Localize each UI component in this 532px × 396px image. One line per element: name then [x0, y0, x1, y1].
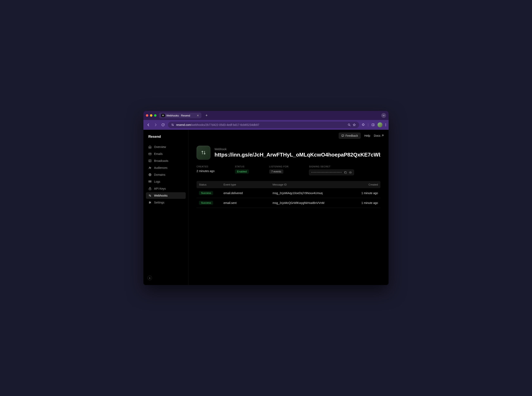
- svg-point-17: [149, 203, 150, 204]
- sidebar-item-logs[interactable]: Logs: [146, 178, 186, 185]
- help-link[interactable]: Help: [364, 134, 370, 137]
- svg-point-9: [149, 167, 150, 168]
- svg-point-0: [172, 124, 173, 125]
- sidebar-item-label: Domains: [154, 173, 165, 176]
- tabs-dropdown-button[interactable]: [381, 113, 386, 118]
- sidebar-item-audiences[interactable]: Audiences: [146, 164, 186, 171]
- sidebar-item-broadcasts[interactable]: Broadcasts: [146, 157, 186, 164]
- new-tab-button[interactable]: +: [204, 113, 209, 118]
- extensions-icon[interactable]: [362, 123, 365, 127]
- arrows-up-down-icon: [200, 149, 207, 156]
- profile-avatar[interactable]: [377, 122, 382, 127]
- svg-point-19: [350, 172, 351, 173]
- globe-icon: [148, 173, 152, 176]
- svg-point-5: [386, 125, 386, 125]
- table-header: Status Event type Message ID Created: [197, 181, 380, 188]
- sidebar-item-webhooks[interactable]: Webhooks: [146, 192, 186, 199]
- sidebar-item-label: Overview: [154, 145, 166, 149]
- sidebar-item-domains[interactable]: Domains: [146, 171, 186, 178]
- svg-point-10: [150, 167, 151, 168]
- cell-message-id: msg_2cjxMiAqy10oeDq7r9Nouv4Umuq: [272, 192, 353, 195]
- sidebar: Resend OverviewEmailsBroadcastsAudiences…: [143, 130, 188, 285]
- browser-url-bar: resend.com/webhooks/2b77d422-05d3-4edf-b…: [143, 120, 389, 130]
- arrows-icon: [148, 194, 152, 197]
- mail-icon: [148, 152, 152, 156]
- svg-rect-13: [149, 182, 151, 182]
- window-close-button[interactable]: [146, 114, 148, 117]
- docs-link[interactable]: Docs: [374, 134, 384, 137]
- bookmark-star-icon[interactable]: [353, 123, 356, 127]
- webhook-detail: Webhook https://inn.gs/e/JcH_ArwFTHyL_oM…: [188, 142, 389, 212]
- sidebar-item-api-keys[interactable]: API Keys: [146, 185, 186, 192]
- sidebar-item-label: Webhooks: [154, 194, 168, 197]
- svg-rect-3: [372, 124, 374, 126]
- meta-status: STATUS Enabled: [235, 165, 249, 174]
- sidebar-item-overview[interactable]: Overview: [146, 144, 186, 150]
- svg-rect-18: [345, 172, 347, 174]
- sidebar-item-label: Broadcasts: [154, 159, 168, 163]
- window-maximize-button[interactable]: [154, 114, 156, 117]
- status-badge: Success: [199, 201, 213, 205]
- webhook-url: https://inn.gs/e/JcH_ArwFTHyL_oMLqKcwO4h…: [214, 151, 380, 158]
- chat-icon: [341, 134, 344, 137]
- window-minimize-button[interactable]: [150, 114, 152, 117]
- col-msg: Message ID: [272, 183, 353, 186]
- tab-close-icon[interactable]: ✕: [197, 114, 199, 117]
- svg-point-4: [386, 124, 386, 124]
- svg-point-2: [348, 124, 350, 125]
- favicon-icon: R: [162, 114, 165, 117]
- browser-window: R Webhooks · Resend ✕ + resend.com/webho…: [143, 111, 389, 285]
- sidebar-item-emails[interactable]: Emails: [146, 151, 186, 157]
- copy-secret-button[interactable]: [344, 171, 347, 174]
- search-icon[interactable]: [348, 123, 351, 126]
- browser-menu-icon[interactable]: [385, 123, 386, 127]
- events-table: Status Event type Message ID Created Suc…: [197, 181, 380, 208]
- cell-created: 1 minute ago: [353, 201, 378, 204]
- signing-secret-box: •••••••••••••••••••••••: [309, 169, 354, 175]
- svg-rect-14: [149, 188, 151, 190]
- sliders-icon: [148, 201, 152, 204]
- events-badge[interactable]: 7 events: [269, 169, 283, 174]
- url-input[interactable]: resend.com/webhooks/2b77d422-05d3-4edf-b…: [168, 122, 359, 128]
- svg-point-15: [149, 202, 150, 202]
- meta-secret: SIGNING SECRET •••••••••••••••••••••••: [309, 165, 354, 175]
- user-badge[interactable]: s: [148, 276, 152, 280]
- browser-toolbar-icons: |: [362, 122, 386, 127]
- svg-rect-12: [149, 181, 151, 181]
- cell-created: 1 minute ago: [353, 192, 378, 195]
- reveal-secret-button[interactable]: [349, 171, 352, 174]
- forward-button[interactable]: [153, 122, 158, 127]
- home-icon: [148, 145, 152, 149]
- url-text: resend.com/webhooks/2b77d422-05d3-4edf-b…: [176, 123, 346, 127]
- sidebar-item-label: Logs: [154, 180, 160, 183]
- sidebar-item-label: Audiences: [154, 166, 167, 169]
- table-row[interactable]: Successemail.sentmsg_2cjxMcQGrWlKwyghkHx…: [197, 198, 380, 208]
- table-row[interactable]: Successemail.deliveredmsg_2cjxMiAqy10oeD…: [197, 188, 380, 198]
- col-status: Status: [199, 183, 224, 186]
- feedback-button[interactable]: Feedback: [339, 133, 361, 139]
- sidebar-item-label: Settings: [154, 201, 164, 204]
- svg-point-1: [173, 125, 174, 126]
- main-content: Feedback Help Docs Webhook: [188, 130, 389, 285]
- sidebar-item-settings[interactable]: Settings: [146, 199, 186, 206]
- col-created: Created: [353, 183, 378, 186]
- reload-button[interactable]: [161, 122, 166, 127]
- webhook-kicker: Webhook: [214, 147, 380, 151]
- status-badge: Enabled: [235, 169, 249, 174]
- browser-tab[interactable]: R Webhooks · Resend ✕: [159, 113, 202, 118]
- traffic-lights: [146, 114, 156, 117]
- cell-message-id: msg_2cjxMcQGrWlKwyghkHxaIBnVVnM: [272, 201, 353, 204]
- browser-tab-bar: R Webhooks · Resend ✕ +: [143, 111, 389, 120]
- app-logo[interactable]: Resend: [146, 133, 186, 144]
- external-link-icon: [381, 134, 384, 137]
- side-panel-icon[interactable]: [371, 123, 375, 127]
- logs-icon: [148, 180, 152, 183]
- sidebar-item-label: Emails: [154, 152, 163, 156]
- cell-event: email.sent: [224, 201, 272, 204]
- col-event: Event type: [224, 183, 272, 186]
- back-button[interactable]: [146, 122, 151, 127]
- app-root: Resend OverviewEmailsBroadcastsAudiences…: [143, 130, 389, 285]
- site-settings-icon[interactable]: [171, 123, 174, 126]
- svg-point-6: [386, 126, 386, 126]
- lock-icon: [148, 187, 152, 190]
